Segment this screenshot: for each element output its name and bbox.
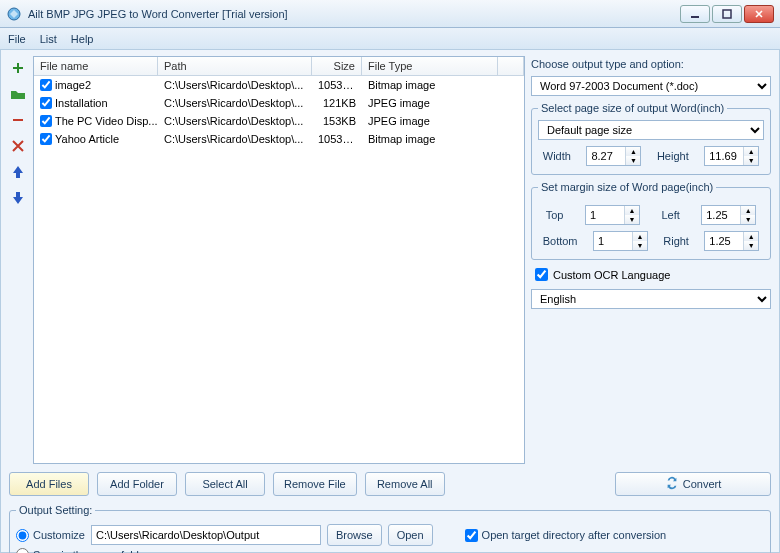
table-header: File name Path Size File Type — [34, 57, 524, 76]
height-input[interactable] — [705, 147, 743, 165]
titlebar: Ailt BMP JPG JPEG to Word Converter [Tri… — [0, 0, 780, 28]
maximize-button[interactable] — [712, 5, 742, 23]
top-input[interactable] — [586, 206, 624, 224]
add-folder-icon[interactable] — [10, 86, 26, 102]
col-path[interactable]: Path — [158, 57, 312, 75]
row-checkbox[interactable] — [40, 97, 52, 109]
margin-group: Set margin size of Word page(inch) Top ▲… — [531, 181, 771, 260]
add-folder-button[interactable]: Add Folder — [97, 472, 177, 496]
customize-label: Customize — [33, 529, 85, 541]
row-name: Installation — [55, 97, 108, 109]
up-arrow-icon[interactable]: ▲ — [741, 206, 755, 215]
move-down-icon[interactable] — [10, 190, 26, 206]
browse-button[interactable]: Browse — [327, 524, 382, 546]
svg-rect-1 — [691, 16, 699, 18]
convert-button[interactable]: Convert — [615, 472, 771, 496]
left-input[interactable] — [702, 206, 740, 224]
customize-radio-label[interactable]: Customize — [16, 529, 85, 542]
row-path: C:\Users\Ricardo\Desktop\... — [158, 114, 312, 128]
row-checkbox[interactable] — [40, 133, 52, 145]
right-stepper[interactable]: ▲▼ — [704, 231, 759, 251]
down-arrow-icon[interactable]: ▼ — [625, 215, 639, 224]
down-arrow-icon[interactable]: ▼ — [633, 241, 647, 250]
table-body: image2C:\Users\Ricardo\Desktop\...1053KB… — [34, 76, 524, 463]
output-path-input[interactable] — [91, 525, 321, 545]
col-filename[interactable]: File name — [34, 57, 158, 75]
open-target-text: Open target directory after conversion — [482, 529, 667, 541]
table-row[interactable]: image2C:\Users\Ricardo\Desktop\...1053KB… — [34, 76, 524, 94]
remove-file-button[interactable]: Remove File — [273, 472, 357, 496]
col-spacer — [498, 57, 524, 75]
svg-rect-4 — [17, 63, 19, 73]
output-legend: Output Setting: — [16, 504, 95, 516]
same-folder-label: Save in the same folder as source — [33, 549, 199, 554]
window-title: Ailt BMP JPG JPEG to Word Converter [Tri… — [28, 8, 680, 20]
svg-rect-5 — [13, 119, 23, 121]
close-button[interactable] — [744, 5, 774, 23]
page-size-select[interactable]: Default page size — [538, 120, 764, 140]
height-stepper[interactable]: ▲▼ — [704, 146, 759, 166]
output-setting-group: Output Setting: Customize Browse Open Op… — [9, 504, 771, 553]
up-arrow-icon[interactable]: ▲ — [744, 232, 758, 241]
col-size[interactable]: Size — [312, 57, 362, 75]
row-type: Bitmap image — [362, 132, 524, 146]
window-controls — [680, 5, 774, 23]
row-checkbox[interactable] — [40, 79, 52, 91]
app-icon — [6, 6, 22, 22]
file-table: File name Path Size File Type image2C:\U… — [33, 56, 525, 464]
down-arrow-icon[interactable]: ▼ — [744, 156, 758, 165]
col-filetype[interactable]: File Type — [362, 57, 498, 75]
page-size-group: Select page size of output Word(inch) De… — [531, 102, 771, 175]
margin-legend: Set margin size of Word page(inch) — [538, 181, 716, 193]
convert-icon — [665, 476, 679, 492]
down-arrow-icon[interactable]: ▼ — [744, 241, 758, 250]
table-row[interactable]: InstallationC:\Users\Ricardo\Desktop\...… — [34, 94, 524, 112]
down-arrow-icon[interactable]: ▼ — [626, 156, 640, 165]
left-stepper[interactable]: ▲▼ — [701, 205, 756, 225]
output-type-select[interactable]: Word 97-2003 Document (*.doc) — [531, 76, 771, 96]
move-up-icon[interactable] — [10, 164, 26, 180]
bottom-input[interactable] — [594, 232, 632, 250]
ocr-checkbox[interactable] — [535, 268, 548, 281]
up-arrow-icon[interactable]: ▲ — [626, 147, 640, 156]
up-arrow-icon[interactable]: ▲ — [625, 206, 639, 215]
delete-icon[interactable] — [10, 138, 26, 154]
open-target-label[interactable]: Open target directory after conversion — [465, 529, 667, 542]
right-panel: Choose output type and option: Word 97-2… — [531, 56, 771, 464]
ocr-label: Custom OCR Language — [553, 269, 670, 281]
row-name: Yahoo Article — [55, 133, 119, 145]
customize-radio[interactable] — [16, 529, 29, 542]
output-type-label: Choose output type and option: — [531, 56, 771, 72]
top-stepper[interactable]: ▲▼ — [585, 205, 640, 225]
down-arrow-icon[interactable]: ▼ — [741, 215, 755, 224]
same-folder-radio[interactable] — [16, 548, 29, 553]
open-button[interactable]: Open — [388, 524, 433, 546]
height-label: Height — [657, 150, 689, 162]
width-input[interactable] — [587, 147, 625, 165]
table-row[interactable]: Yahoo ArticleC:\Users\Ricardo\Desktop\..… — [34, 130, 524, 148]
row-size: 1053KB — [312, 78, 362, 92]
up-arrow-icon[interactable]: ▲ — [744, 147, 758, 156]
same-folder-radio-label[interactable]: Save in the same folder as source — [16, 548, 199, 553]
add-files-button[interactable]: Add Files — [9, 472, 89, 496]
menu-help[interactable]: Help — [71, 33, 94, 45]
remove-all-button[interactable]: Remove All — [365, 472, 445, 496]
ocr-language-select[interactable]: English — [531, 289, 771, 309]
svg-rect-2 — [723, 10, 731, 18]
open-target-checkbox[interactable] — [465, 529, 478, 542]
menu-list[interactable]: List — [40, 33, 57, 45]
page-size-legend: Select page size of output Word(inch) — [538, 102, 727, 114]
width-stepper[interactable]: ▲▼ — [586, 146, 641, 166]
row-path: C:\Users\Ricardo\Desktop\... — [158, 132, 312, 146]
add-file-icon[interactable] — [10, 60, 26, 76]
select-all-button[interactable]: Select All — [185, 472, 265, 496]
menu-file[interactable]: File — [8, 33, 26, 45]
table-row[interactable]: The PC Video Disp...C:\Users\Ricardo\Des… — [34, 112, 524, 130]
row-checkbox[interactable] — [40, 115, 52, 127]
remove-icon[interactable] — [10, 112, 26, 128]
row-size: 153KB — [312, 114, 362, 128]
bottom-stepper[interactable]: ▲▼ — [593, 231, 648, 251]
right-input[interactable] — [705, 232, 743, 250]
up-arrow-icon[interactable]: ▲ — [633, 232, 647, 241]
minimize-button[interactable] — [680, 5, 710, 23]
